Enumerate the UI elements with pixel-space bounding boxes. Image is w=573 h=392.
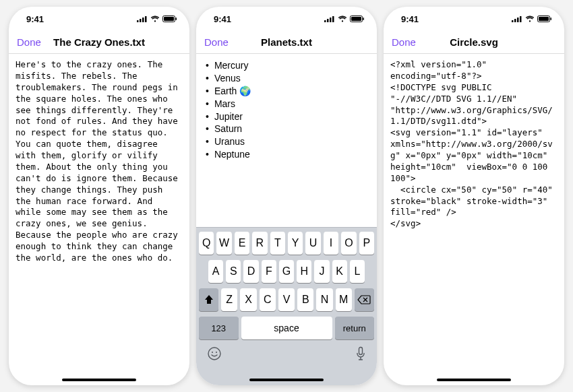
letter-key-v[interactable]: V [278, 288, 295, 311]
list-item: Venus [206, 72, 367, 85]
document-title: Planets.txt [261, 36, 312, 48]
letter-key-p[interactable]: P [359, 232, 374, 255]
letter-key-t[interactable]: T [270, 232, 285, 255]
list-item: Mercury [206, 59, 367, 72]
battery-icon [537, 15, 552, 22]
status-indicators [512, 15, 552, 22]
svg-rect-13 [363, 18, 365, 20]
letter-key-o[interactable]: O [341, 232, 356, 255]
svg-rect-5 [164, 17, 174, 21]
nav-bar: Done The Crazy Ones.txt [9, 31, 189, 54]
letter-key-f[interactable]: F [262, 260, 276, 283]
svg-rect-26 [551, 18, 552, 20]
svg-rect-6 [176, 18, 177, 20]
svg-rect-20 [512, 20, 514, 22]
wifi-icon [150, 15, 160, 22]
home-indicator[interactable] [437, 379, 511, 381]
letter-key-w[interactable]: W [216, 232, 231, 255]
phone-screen-1: 9:41 Done The Crazy Ones.txt Here's to t… [9, 7, 189, 385]
list-item: Uranus [206, 135, 367, 148]
list-item: Saturn [206, 123, 367, 135]
svg-point-16 [216, 352, 217, 353]
phone-screen-3: 9:41 Done Circle.svg <?xml version="1.0"… [384, 7, 564, 385]
nav-bar: Done Circle.svg [384, 31, 564, 54]
battery-icon [350, 15, 365, 22]
letter-key-r[interactable]: R [252, 232, 267, 255]
onscreen-keyboard: QWERTYUIOP ASDFGHJKL ZXCVBNM 123 space r… [196, 227, 377, 385]
letter-key-a[interactable]: A [208, 260, 223, 283]
status-bar: 9:41 [196, 7, 377, 31]
list-item: Earth 🌍 [206, 85, 367, 98]
svg-rect-8 [327, 19, 329, 22]
letter-key-e[interactable]: E [235, 232, 249, 255]
done-button[interactable]: Done [17, 36, 41, 48]
status-bar: 9:41 [384, 7, 564, 31]
svg-rect-3 [145, 16, 147, 22]
cellular-icon [137, 15, 148, 22]
letter-key-i[interactable]: I [324, 232, 338, 255]
svg-rect-9 [330, 18, 332, 22]
return-key[interactable]: return [335, 317, 375, 339]
space-key[interactable]: space [241, 317, 332, 339]
letter-key-c[interactable]: C [260, 288, 276, 311]
svg-rect-2 [142, 18, 144, 22]
text-editor-area[interactable]: <?xml version="1.0" encoding="utf-8"?> <… [384, 54, 564, 385]
svg-rect-17 [359, 348, 363, 355]
done-button[interactable]: Done [204, 36, 229, 48]
status-time: 9:41 [26, 14, 44, 24]
cellular-icon [324, 15, 335, 22]
phone-screen-2: 9:41 Done Planets.txt MercuryVenusEarth … [196, 7, 377, 385]
svg-rect-7 [324, 20, 326, 22]
delete-key[interactable] [355, 288, 374, 311]
wifi-icon [525, 15, 535, 22]
svg-rect-25 [539, 17, 549, 21]
list-item: Jupiter [206, 110, 367, 123]
letter-key-x[interactable]: X [240, 288, 256, 311]
nav-bar: Done Planets.txt [196, 31, 377, 54]
home-indicator[interactable] [249, 379, 324, 381]
document-title: Circle.svg [450, 36, 498, 48]
letter-key-y[interactable]: Y [288, 232, 303, 255]
letter-key-k[interactable]: K [332, 260, 347, 283]
status-time: 9:41 [401, 14, 419, 24]
svg-rect-10 [332, 16, 334, 22]
numbers-key[interactable]: 123 [199, 317, 239, 339]
dictation-key[interactable] [355, 346, 366, 361]
letter-key-n[interactable]: N [316, 288, 332, 311]
list-item: Neptune [206, 148, 367, 161]
svg-rect-23 [520, 16, 522, 22]
letter-key-b[interactable]: B [297, 288, 313, 311]
svg-rect-22 [517, 18, 519, 22]
svg-rect-21 [514, 19, 516, 22]
letter-key-d[interactable]: D [243, 260, 258, 283]
document-title: The Crazy Ones.txt [53, 36, 145, 48]
text-editor-area[interactable]: Here's to the crazy ones. The misfits. T… [9, 54, 189, 385]
letter-key-z[interactable]: Z [221, 288, 237, 311]
svg-rect-1 [140, 19, 142, 22]
done-button[interactable]: Done [392, 36, 416, 48]
letter-key-j[interactable]: J [314, 260, 329, 283]
svg-point-15 [212, 352, 213, 353]
status-time: 9:41 [214, 14, 231, 24]
letter-key-u[interactable]: U [305, 232, 320, 255]
svg-rect-0 [137, 20, 139, 22]
status-indicators [324, 15, 365, 22]
letter-key-l[interactable]: L [350, 260, 365, 283]
wifi-icon [338, 15, 347, 22]
svg-point-14 [208, 348, 220, 360]
svg-rect-12 [351, 17, 361, 21]
letter-key-q[interactable]: Q [199, 232, 214, 255]
status-indicators [137, 15, 177, 22]
letter-key-g[interactable]: G [279, 260, 294, 283]
status-bar: 9:41 [9, 7, 189, 31]
letter-key-s[interactable]: S [226, 260, 241, 283]
shift-key[interactable] [199, 288, 218, 311]
home-indicator[interactable] [62, 379, 136, 381]
emoji-key[interactable] [207, 346, 222, 361]
list-item: Mars [206, 98, 367, 110]
letter-key-m[interactable]: M [336, 288, 352, 311]
battery-icon [162, 15, 177, 22]
letter-key-h[interactable]: H [297, 260, 311, 283]
cellular-icon [512, 15, 522, 22]
